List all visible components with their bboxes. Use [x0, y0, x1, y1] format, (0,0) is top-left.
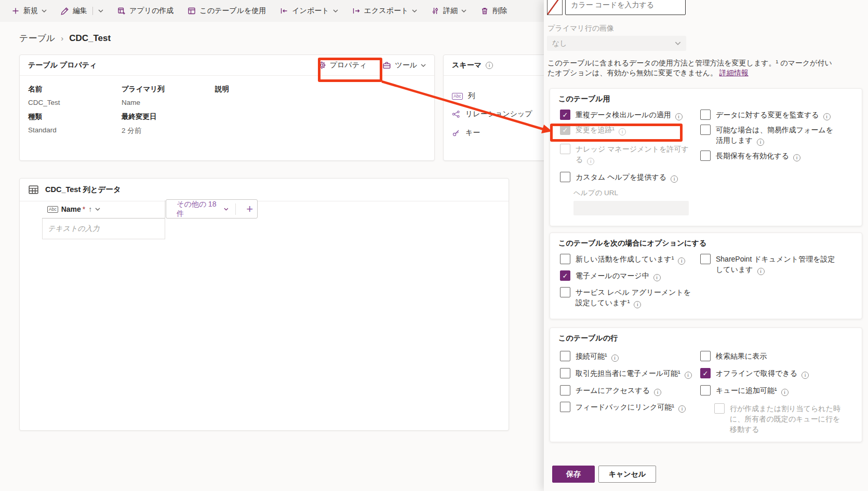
color-swatch-none[interactable] — [547, 0, 563, 15]
checkbox-team-access[interactable]: チームにアクセスするi — [560, 385, 705, 396]
checkbox-knowledge-management: ナレッジ マネージメントを許可するi — [560, 144, 694, 165]
use-table-button[interactable]: このテーブルを使用 — [188, 6, 266, 16]
checkbox-feedback-link[interactable]: フィードバックにリンク可能¹i — [560, 402, 711, 413]
checkbox[interactable] — [560, 172, 570, 182]
checkbox[interactable] — [560, 287, 570, 297]
info-icon[interactable]: i — [486, 62, 493, 69]
checkbox[interactable]: ✓ — [560, 270, 570, 281]
plus-icon — [11, 7, 20, 15]
info-icon[interactable]: i — [634, 301, 641, 308]
checkbox[interactable] — [700, 351, 711, 361]
schema-item-relationships[interactable]: リレーションシップ — [452, 110, 532, 119]
checkbox-email-to-contact[interactable]: 取引先担当者に電子メール可能¹i — [560, 368, 711, 379]
checkbox-queue-addable[interactable]: キューに追加可能¹i — [700, 385, 840, 396]
checkbox[interactable] — [560, 254, 570, 264]
info-icon[interactable]: i — [587, 158, 594, 165]
properties-button[interactable]: プロパティ — [317, 61, 367, 70]
learn-more-link[interactable]: 詳細情報 — [719, 69, 749, 77]
schema-columns-label: 列 — [468, 91, 475, 101]
checkbox-label: 検索結果に表示 — [716, 352, 767, 360]
checkbox[interactable] — [560, 385, 570, 395]
checkbox[interactable] — [560, 351, 570, 361]
column-name-label: Name — [61, 205, 81, 213]
edit-button[interactable]: 編集 — [61, 6, 103, 16]
export-button[interactable]: エクスポート — [352, 6, 418, 16]
info-icon[interactable]: i — [802, 372, 809, 379]
chevron-down-icon — [421, 64, 426, 67]
checkbox-service-level-agreement[interactable]: サービス レベル アグリーメントを設定しています¹i — [560, 287, 696, 308]
advanced-button[interactable]: 詳細 — [431, 6, 466, 16]
checkbox-email-merge[interactable]: ✓ 電子メールのマージ中i — [560, 270, 705, 281]
schema-keys-label: キー — [465, 128, 480, 138]
new-button[interactable]: 新規 — [11, 6, 47, 16]
description-text: このテーブルに含まれるデータの使用方法と管理方法を変更します。¹ のマークが付い… — [547, 59, 832, 77]
checkbox-label: 長期保有を有効化する — [716, 152, 789, 160]
table-properties-card: テーブル プロパティ プロパティ ツール 名前 プライマリ列 説明 CDC_Te… — [19, 54, 435, 161]
color-code-input[interactable] — [565, 0, 686, 15]
checkbox: ✓ — [560, 125, 570, 135]
checkbox-audit-changes[interactable]: データに対する変更を監査するi — [700, 110, 840, 120]
info-icon[interactable]: i — [781, 389, 789, 396]
tools-button[interactable]: ツール — [382, 61, 426, 70]
columns-data-card: CDC_Test 列とデータ Abc Name * ↑ テキストの入力 その他の… — [19, 178, 509, 431]
info-icon[interactable]: i — [685, 372, 692, 379]
delete-button[interactable]: 削除 — [480, 6, 507, 16]
checkbox-quick-create-forms[interactable]: 可能な場合は、簡易作成フォームを活用しますi — [700, 125, 833, 146]
export-icon — [352, 7, 360, 15]
checkbox[interactable]: ✓ — [700, 368, 711, 378]
section-make-optional-title: このテーブルを次の場合にオプションにする — [558, 239, 706, 248]
chevron-down-icon[interactable] — [95, 208, 100, 211]
info-icon[interactable]: i — [654, 389, 661, 396]
primary-image-dropdown[interactable]: なし — [547, 36, 686, 51]
create-app-button[interactable]: アプリの作成 — [117, 6, 173, 16]
help-url-input[interactable] — [573, 201, 689, 215]
info-icon[interactable]: i — [757, 139, 764, 146]
info-icon[interactable]: i — [611, 354, 619, 362]
abc-type-icon: Abc — [47, 206, 58, 213]
relationship-icon — [452, 110, 460, 118]
checkbox[interactable] — [700, 125, 711, 135]
checkbox[interactable]: ✓ — [560, 110, 570, 120]
checkbox-show-in-search[interactable]: 検索結果に表示 — [700, 351, 840, 361]
info-icon[interactable]: i — [678, 257, 685, 265]
info-icon[interactable]: i — [823, 113, 831, 120]
field-label-description: 説明 — [215, 85, 229, 94]
checkbox-duplicate-detection[interactable]: ✓ 重複データ検出ルールの適用i — [560, 110, 705, 120]
new-row-cell[interactable]: テキストの入力 — [42, 219, 165, 239]
info-icon[interactable]: i — [757, 268, 765, 275]
info-icon[interactable]: i — [675, 113, 683, 120]
import-button[interactable]: インポート — [280, 6, 338, 16]
checkbox-long-term-retention[interactable]: 長期保有を有効化するi — [700, 151, 840, 161]
info-icon[interactable]: i — [678, 405, 686, 413]
divider — [92, 7, 93, 15]
add-column-button[interactable]: + — [242, 204, 257, 214]
field-value-last-modified: 2 分前 — [122, 126, 141, 135]
schema-item-columns[interactable]: Abc 列 — [452, 91, 475, 101]
more-columns-button[interactable]: その他の 18 件 — [177, 200, 228, 219]
checkbox[interactable] — [560, 368, 570, 378]
info-icon[interactable]: i — [793, 154, 800, 161]
breadcrumb-tables-link[interactable]: テーブル — [19, 32, 55, 44]
advanced-label: 詳細 — [443, 6, 458, 16]
checkbox[interactable] — [700, 151, 711, 161]
columns-data-header: CDC_Test 列とデータ — [20, 179, 509, 201]
info-icon[interactable]: i — [619, 128, 626, 135]
info-icon[interactable]: i — [653, 274, 661, 281]
required-mark: * — [83, 205, 85, 213]
section-rows-title: このテーブルの行 — [558, 334, 618, 343]
checkbox-label: チームにアクセスする — [576, 386, 650, 394]
checkbox-creating-new-activity[interactable]: 新しい活動を作成しています¹i — [560, 254, 705, 265]
checkbox[interactable] — [700, 254, 711, 264]
schema-item-keys[interactable]: キー — [452, 128, 480, 138]
column-header-name[interactable]: Abc Name * ↑ — [42, 200, 165, 219]
cancel-button[interactable]: キャンセル — [598, 466, 656, 483]
checkbox-offline-available[interactable]: ✓ オフラインで取得できるi — [700, 368, 840, 379]
checkbox-connectable[interactable]: 接続可能¹i — [560, 351, 705, 362]
info-icon[interactable]: i — [671, 175, 678, 183]
checkbox[interactable] — [560, 402, 570, 412]
checkbox[interactable] — [700, 385, 711, 395]
checkbox-custom-help[interactable]: カスタム ヘルプを提供するi — [560, 172, 705, 183]
save-button[interactable]: 保存 — [552, 466, 595, 483]
checkbox-sharepoint-document[interactable]: SharePoint ドキュメント管理を設定していますi — [700, 254, 842, 275]
checkbox[interactable] — [700, 110, 711, 120]
